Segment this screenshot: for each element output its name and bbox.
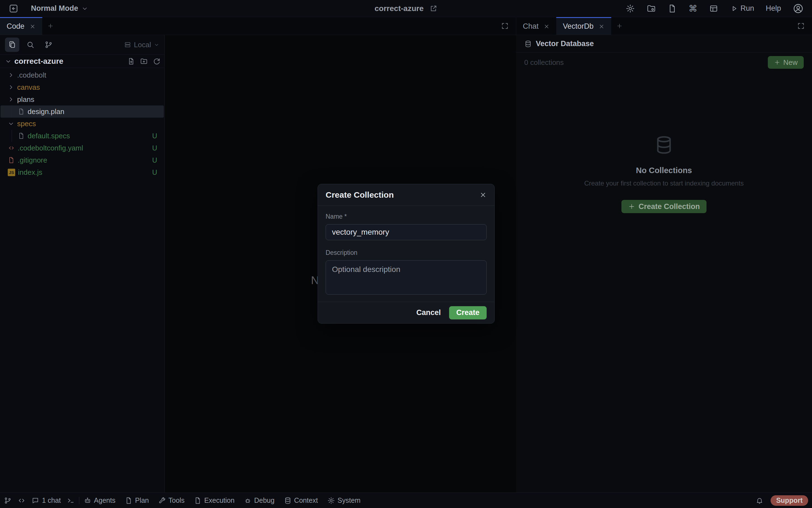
file-icon [18,132,25,139]
doc-icon [194,497,202,504]
mode-label: Normal Mode [31,4,78,13]
help-button[interactable]: Help [766,4,781,13]
dialog-body: Name * Description [318,206,494,302]
statusbar-item-execution[interactable]: Execution [194,496,235,504]
tree-item-plans[interactable]: plans [1,93,164,105]
run-button[interactable]: Run [730,4,754,13]
close-dialog-icon[interactable] [480,191,487,199]
statusbar-item-label: Execution [204,496,235,504]
javascript-icon: JS [8,169,15,176]
tree-item-label: specs [17,120,36,128]
project-root-row[interactable]: correct-azure [0,55,164,68]
statusbar-item-label: System [337,496,360,504]
tab-code[interactable]: Code [0,17,42,35]
tree-item-label: default.specs [28,132,70,140]
statusbar-item-label: Context [294,496,318,504]
database-icon [653,134,675,156]
tree-item--codebolt[interactable]: .codebolt [1,69,164,81]
git-branch-icon [44,41,53,49]
add-tab-button[interactable] [611,17,628,35]
back-icon[interactable] [8,3,19,14]
gear-icon [327,497,335,504]
create-collection-button[interactable]: Create Collection [621,200,706,213]
statusbar-item-label: Plan [135,496,149,504]
vectordb-subheader: 0 collections New [516,53,812,72]
statusbar-item-system[interactable]: System [327,496,360,504]
plus-icon [47,23,54,29]
new-file-icon[interactable] [127,57,135,65]
chevron-right-icon [8,72,14,78]
tree-item--codeboltconfig-yaml[interactable]: .codeboltconfig.yamlU [1,142,164,154]
expand-pane-icon[interactable] [797,22,805,30]
collection-name-input[interactable] [326,224,487,240]
tree-item-label: index.js [18,168,42,177]
tab-vectordb[interactable]: VectorDb [556,17,611,35]
create-button[interactable]: Create [449,306,487,320]
tree-item-design-plan[interactable]: design.plan [1,105,164,118]
bell-icon[interactable] [756,497,763,504]
statusbar-items: AgentsPlanToolsExecutionDebugContextSyst… [84,496,360,504]
new-collection-button[interactable]: New [768,56,804,69]
empty-state-subtitle: Create your first collection to start in… [584,179,744,187]
command-icon[interactable]: ⌘ [689,4,697,13]
git-branch-icon[interactable] [4,497,12,504]
statusbar-item-debug[interactable]: Debug [244,496,275,504]
tree-item-label: plans [17,95,34,104]
external-link-icon[interactable] [430,5,438,12]
tab-vectordb-label: VectorDb [563,22,594,31]
statusbar-item-tools[interactable]: Tools [158,496,185,504]
tree-item-index-js[interactable]: JSindex.jsU [1,166,164,178]
tree-item-specs[interactable]: specs [1,118,164,130]
source-control-button[interactable] [41,38,56,52]
statusbar-item-label: Debug [254,496,275,504]
chevron-down-icon [5,58,12,65]
layout-panels-icon[interactable] [709,4,718,13]
tree-item-label: design.plan [28,108,64,116]
terminal-icon[interactable] [67,497,75,504]
bug-icon [244,497,252,504]
user-avatar[interactable] [793,3,804,14]
code-icon[interactable] [18,497,26,504]
cancel-button[interactable]: Cancel [416,308,441,317]
explorer-toolbar: Local [0,35,164,55]
plus-icon [616,23,623,29]
file-icon[interactable] [667,4,677,13]
file-tree: .codeboltcanvasplansdesign.planspecsdefa… [0,68,164,178]
dialog-title: Create Collection [326,190,394,200]
chat-count-button[interactable]: 1 chat [32,496,61,504]
code-file-icon [8,144,15,152]
dialog-footer: Cancel Create [318,302,494,323]
chat-bubble-icon [32,497,39,504]
close-icon[interactable] [543,24,550,30]
tree-item-default-specs[interactable]: default.specsU [1,130,164,142]
statusbar-item-context[interactable]: Context [284,496,318,504]
wrench-icon [158,497,166,504]
chat-count-label: 1 chat [42,496,61,504]
new-folder-icon[interactable] [140,57,148,65]
source-selector[interactable]: Local [124,41,159,49]
files-view-button[interactable] [5,38,19,52]
tab-chat[interactable]: Chat [516,17,556,35]
close-icon[interactable] [30,24,36,30]
settings-icon[interactable] [625,4,635,13]
files-icon [8,41,16,49]
status-bar: 1 chat AgentsPlanToolsExecutionDebugCont… [0,493,812,508]
statusbar-item-plan[interactable]: Plan [125,496,149,504]
search-button[interactable] [23,38,38,52]
add-tab-button[interactable] [42,17,59,35]
close-icon[interactable] [599,24,605,30]
project-root-label: correct-azure [14,57,63,66]
refresh-icon[interactable] [153,57,160,65]
top-bar: Normal Mode correct-azure ⌘ Run Help [0,0,812,17]
plus-icon [628,203,635,210]
tree-item--gitignore[interactable]: .gitignoreU [1,154,164,166]
collection-description-input[interactable] [326,260,487,295]
name-field-label: Name * [326,213,487,220]
support-button[interactable]: Support [771,495,808,506]
statusbar-item-agents[interactable]: Agents [84,496,115,504]
mode-selector[interactable]: Normal Mode [31,4,88,13]
expand-pane-icon[interactable] [501,22,509,30]
tree-item-canvas[interactable]: canvas [1,81,164,93]
chevron-down-icon [154,42,159,47]
folder-settings-icon[interactable] [647,4,656,13]
